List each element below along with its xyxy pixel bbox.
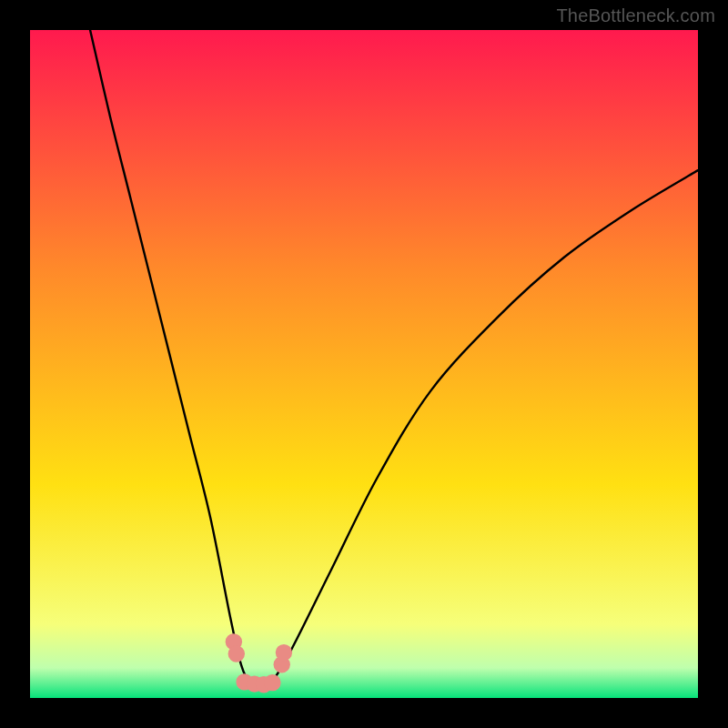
curve-marker bbox=[228, 645, 245, 662]
curve-marker bbox=[264, 674, 280, 691]
bottleneck-chart bbox=[0, 0, 728, 728]
attribution-label: TheBottleneck.com bbox=[556, 5, 715, 26]
curve-marker bbox=[276, 644, 292, 661]
plot-area bbox=[30, 30, 698, 698]
